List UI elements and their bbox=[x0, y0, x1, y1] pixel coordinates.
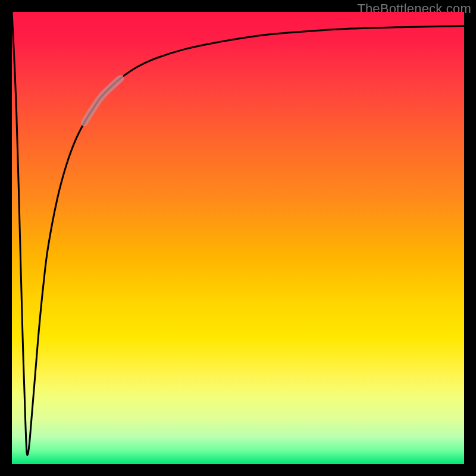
bottleneck-curve-highlight bbox=[84, 79, 121, 123]
chart-frame: TheBottleneck.com bbox=[0, 0, 476, 476]
bottleneck-curve-main bbox=[12, 12, 464, 455]
plot-area bbox=[12, 12, 464, 464]
curve-svg bbox=[12, 12, 464, 464]
